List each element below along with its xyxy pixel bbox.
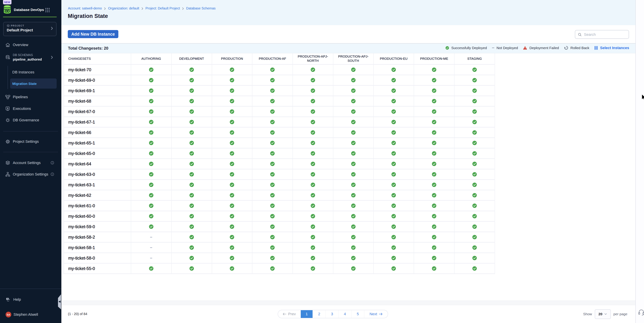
svg-text:?: ? [7, 298, 8, 300]
